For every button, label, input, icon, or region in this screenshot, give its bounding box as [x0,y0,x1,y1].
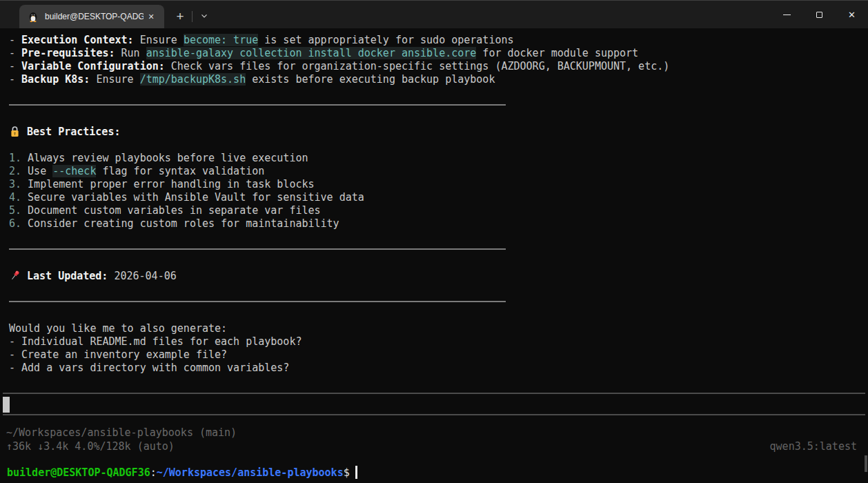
tab-close-button[interactable]: ✕ [144,9,159,24]
tab-title: builder@DESKTOP-QADGF36: [45,12,144,21]
text-segment: - [9,34,21,46]
text-segment: Execution Context: [21,34,134,46]
terminal-line [9,139,868,152]
text-segment: Pre-requisites: [21,47,115,59]
prompt-path: ~/Workspaces/ansible-playbooks [157,466,344,479]
text-segment: Backup K8s: [21,73,90,86]
shell-prompt: builder@DESKTOP-QADGF36:~/Workspaces/ans… [0,453,868,480]
text-segment: 1. [9,152,28,164]
text-segment: Always review playbooks before live exec… [28,152,308,164]
text-segment: - Add a vars directory with common varia… [9,362,289,374]
terminal-line: - Add a vars directory with common varia… [9,362,868,375]
text-segment: - [9,47,21,59]
text-segment: - Individual README.md files for each pl… [9,335,302,348]
titlebar-drag-area [216,1,771,28]
text-segment: 4. [9,191,28,204]
scrollbar-thumb[interactable] [865,455,867,472]
status-token-stats: ↑36k ↓3.4k 4.0%/128k (auto) [6,440,175,453]
block-cursor [3,397,10,413]
minimize-button[interactable] [771,1,803,28]
tab-dropdown-button[interactable] [193,5,216,28]
terminal-output: - Execution Context: Ensure become: true… [0,28,868,375]
linux-penguin-icon [28,11,39,22]
new-tab-button[interactable]: + [168,5,192,28]
text-segment: Ensure [134,34,184,46]
text-segment: 3. [9,178,28,190]
terminal-line: Last Updated: 2026-04-06 [9,270,868,283]
text-segment: 2. [9,165,28,177]
text-segment: is set appropriately for sudo operations [258,34,513,46]
minimize-icon [783,14,791,15]
text-segment: Would you like me to also generate: [9,322,227,335]
divider-line [9,104,506,106]
status-workdir: ~/Workspaces/ansible-playbooks (main) [6,426,857,440]
terminal-line: 1. Always review playbooks before live e… [9,152,868,165]
text-segment: - [9,60,21,72]
terminal-line: - Execution Context: Ensure become: true… [9,34,868,47]
pin-icon [9,270,21,282]
shell-cursor [355,466,357,479]
markdown-divider [9,99,868,112]
model-label: qwen3.5:latest [770,440,857,453]
terminal-line: - Pre-requisites: Run ansible-galaxy col… [9,47,868,60]
terminal-line: - Variable Configuration: Check vars fil… [9,60,868,73]
terminal-line: 2. Use --check flag for syntax validatio… [9,165,868,178]
text-segment: 2026-04-06 [108,270,176,282]
text-segment: Check vars files for organization-specif… [165,60,670,72]
prompt-dollar: $ [344,466,350,479]
text-segment: Variable Configuration: [21,60,165,72]
text-segment: exists before executing backup playbook [246,73,495,86]
markdown-divider [9,244,868,257]
prompt-user-host: builder@DESKTOP-QADGF36 [7,466,150,479]
text-segment: ansible-galaxy collection install docker… [146,47,477,59]
lock-icon [9,126,21,137]
terminal-line [9,309,868,322]
divider-line [9,248,506,250]
text-segment: Ensure [90,73,139,86]
terminal-line [9,257,868,270]
terminal-line: 5. Document custom variables in separate… [9,204,868,217]
text-segment: become: true [184,34,258,46]
terminal-line: - Individual README.md files for each pl… [9,335,868,348]
text-segment: for docker module support [476,47,638,59]
text-segment: - Create an inventory example file? [9,348,227,361]
maximize-icon [816,12,822,18]
markdown-divider [9,296,868,309]
chat-input-box[interactable] [3,393,865,415]
terminal-line [9,86,868,99]
terminal-line: - Backup K8s: Ensure /tmp/backupK8s.sh e… [9,73,868,86]
chevron-down-icon [200,10,208,23]
text-segment: Implement proper error handling in task … [28,178,314,190]
titlebar: builder@DESKTOP-QADGF36: ✕ + ✕ [0,1,868,28]
divider-line [9,301,506,302]
text-segment: 5. [9,204,28,217]
terminal-viewport[interactable]: - Execution Context: Ensure become: true… [0,28,868,483]
text-segment: Document custom variables in separate va… [28,204,320,217]
terminal-tab[interactable]: builder@DESKTOP-QADGF36: ✕ [19,5,164,28]
text-segment: Last Updated: [27,270,108,282]
terminal-line: 4. Secure variables with Ansible Vault f… [9,191,868,204]
terminal-line: Would you like me to also generate: [9,322,868,335]
text-segment: - [9,73,21,86]
text-segment: --check [52,165,96,177]
text-segment: Use [28,165,52,177]
text-segment: Run [115,47,146,59]
text-segment: /tmp/backupK8s.sh [140,73,246,86]
terminal-line: - Create an inventory example file? [9,348,868,362]
text-segment: Consider creating custom roles for maint… [28,217,339,230]
prompt-colon: : [150,466,157,479]
terminal-line [9,283,868,296]
text-segment: flag for syntax validation [96,165,264,177]
terminal-line: 3. Implement proper error handling in ta… [9,178,868,191]
terminal-line: Best Practices: [9,126,868,139]
text-segment: 6. [9,217,28,230]
terminal-line [9,230,868,244]
status-block: ~/Workspaces/ansible-playbooks (main) ↑3… [0,415,868,453]
close-button[interactable]: ✕ [836,1,868,28]
text-segment: Best Practices: [27,126,120,138]
maximize-button[interactable] [803,1,836,28]
terminal-line: 6. Consider creating custom roles for ma… [9,217,868,230]
text-segment: Secure variables with Ansible Vault for … [28,191,364,204]
terminal-line [9,112,868,126]
terminal-window: builder@DESKTOP-QADGF36: ✕ + ✕ - Executi… [0,0,868,483]
